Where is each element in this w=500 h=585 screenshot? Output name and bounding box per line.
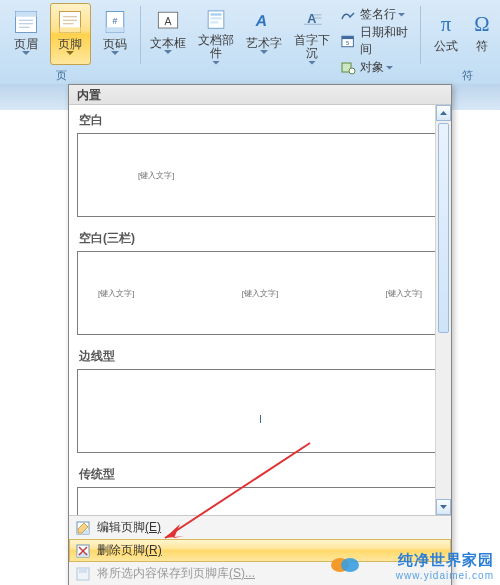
- chevron-down-icon: [66, 51, 74, 56]
- textbox-button[interactable]: A 文本框: [146, 3, 190, 65]
- ribbon-separator: [420, 6, 421, 64]
- header-button[interactable]: 页眉: [6, 3, 46, 65]
- svg-point-28: [349, 68, 355, 74]
- scroll-down-button[interactable]: [436, 499, 451, 515]
- svg-rect-6: [60, 27, 81, 32]
- gallery-item-label: 空白: [79, 112, 443, 129]
- parts-icon: [202, 7, 230, 32]
- save-selection-label: 将所选内容保存到页脚库(S)...: [97, 565, 255, 582]
- watermark-logo-icon: [330, 557, 360, 573]
- gallery-item-label: 空白(三栏): [79, 230, 443, 247]
- object-button[interactable]: 对象: [340, 59, 416, 76]
- watermark-url: www.yidaimei.com: [396, 570, 494, 581]
- svg-rect-34: [77, 553, 89, 557]
- placeholder-text: [键入文字]: [242, 288, 278, 299]
- footer-button[interactable]: 页脚: [50, 3, 90, 65]
- placeholder-text: [键入文字]: [98, 288, 134, 299]
- group-label-hf: 页: [56, 68, 67, 83]
- object-label: 对象: [360, 59, 384, 76]
- parts-button[interactable]: 文档部件: [194, 3, 238, 65]
- svg-text:A: A: [307, 12, 316, 26]
- pagenum-icon: #: [101, 8, 129, 36]
- chevron-down-icon: [111, 51, 119, 56]
- textbox-icon: A: [154, 7, 182, 35]
- datetime-button[interactable]: 5 日期和时间: [340, 24, 416, 58]
- object-icon: [340, 60, 356, 76]
- signature-label: 签名行: [360, 6, 396, 23]
- svg-text:π: π: [441, 13, 452, 35]
- svg-rect-25: [342, 36, 353, 39]
- save-icon: [75, 566, 91, 582]
- ribbon: 页眉 页脚 # 页码 A 文本框 文档部件 A 艺术字 A 首字下沉 签名行: [0, 0, 500, 85]
- pagenum-button[interactable]: # 页码: [95, 3, 135, 65]
- svg-point-42: [341, 558, 359, 572]
- edit-footer-cmd[interactable]: 编辑页脚(E): [69, 516, 451, 539]
- svg-rect-12: [106, 27, 124, 32]
- scroll-up-button[interactable]: [436, 105, 451, 121]
- edit-icon: [75, 520, 91, 536]
- wordart-button[interactable]: A 艺术字: [242, 3, 286, 65]
- symbol-label: 符: [476, 40, 488, 53]
- svg-rect-18: [211, 21, 219, 23]
- watermark: 纯净世界家园 www.yidaimei.com: [396, 551, 494, 581]
- gallery-item-traditional[interactable]: 传统型 1: [69, 459, 451, 515]
- footer-icon: [56, 8, 84, 36]
- group-label-symbols: 符: [462, 68, 473, 83]
- scroll-thumb[interactable]: [438, 123, 449, 333]
- gallery-item-preview: [键入文字] [键入文字] [键入文字]: [77, 251, 443, 335]
- remove-icon: [75, 543, 91, 559]
- signature-button[interactable]: 签名行: [340, 6, 416, 23]
- svg-text:#: #: [112, 16, 117, 26]
- chevron-down-icon: [386, 66, 393, 70]
- datetime-icon: 5: [340, 33, 355, 49]
- wordart-label: 艺术字: [246, 37, 282, 50]
- svg-rect-1: [16, 12, 37, 17]
- chevron-down-icon: [212, 61, 220, 65]
- header-icon: [12, 8, 40, 36]
- dropcap-icon: A: [298, 7, 326, 32]
- wordart-icon: A: [250, 7, 278, 35]
- edit-footer-label: 编辑页脚(E): [97, 519, 161, 536]
- dropcap-button[interactable]: A 首字下沉: [290, 3, 334, 65]
- footer-label: 页脚: [58, 38, 82, 51]
- parts-label: 文档部件: [194, 34, 238, 60]
- gallery-item-preview: [77, 369, 443, 453]
- signature-icon: [340, 7, 356, 23]
- chevron-down-icon: [308, 61, 316, 65]
- symbol-icon: Ω: [467, 8, 497, 38]
- header-label: 页眉: [14, 38, 38, 51]
- save-selection-cmd: 将所选内容保存到页脚库(S)...: [69, 562, 451, 585]
- equation-label: 公式: [434, 40, 458, 53]
- gallery-scroll-area: 空白 [键入文字] 空白(三栏) [键入文字] [键入文字] [键入文字] 边线…: [69, 105, 451, 515]
- gallery-item-border[interactable]: 边线型: [69, 341, 451, 459]
- pagenum-label: 页码: [103, 38, 127, 51]
- gallery-heading: 内置: [69, 85, 451, 105]
- svg-text:Ω: Ω: [474, 13, 489, 35]
- datetime-label: 日期和时间: [360, 24, 417, 58]
- gallery-scrollbar[interactable]: [435, 105, 451, 515]
- svg-rect-16: [211, 13, 222, 15]
- svg-rect-38: [79, 568, 87, 573]
- gallery-item-blank-3col[interactable]: 空白(三栏) [键入文字] [键入文字] [键入文字]: [69, 223, 451, 341]
- chevron-down-icon: [22, 51, 30, 56]
- svg-text:A: A: [164, 15, 171, 27]
- symbol-button[interactable]: Ω 符: [470, 3, 494, 65]
- gallery-item-preview: 1: [77, 487, 443, 515]
- insert-text-small-group: 签名行 5 日期和时间 对象: [336, 2, 416, 76]
- remove-footer-cmd[interactable]: 删除页脚(R): [69, 539, 451, 562]
- document-edge: [0, 110, 14, 540]
- dropcap-label: 首字下沉: [290, 34, 334, 60]
- equation-button[interactable]: π 公式: [426, 3, 466, 65]
- chevron-down-icon: [440, 505, 447, 509]
- footer-gallery: 内置 空白 [键入文字] 空白(三栏) [键入文字] [键入文字] [键入文字]…: [68, 84, 452, 585]
- chevron-up-icon: [440, 111, 447, 115]
- svg-text:5: 5: [346, 40, 349, 46]
- gallery-item-blank[interactable]: 空白 [键入文字]: [69, 105, 451, 223]
- remove-footer-label: 删除页脚(R): [97, 542, 162, 559]
- svg-rect-17: [211, 17, 222, 19]
- chevron-down-icon: [398, 13, 405, 17]
- gallery-footer-commands: 编辑页脚(E) 删除页脚(R) 将所选内容保存到页脚库(S)...: [69, 515, 451, 585]
- equation-icon: π: [431, 8, 461, 38]
- gallery-item-label: 传统型: [79, 466, 443, 483]
- watermark-text: 纯净世界家园: [396, 551, 494, 570]
